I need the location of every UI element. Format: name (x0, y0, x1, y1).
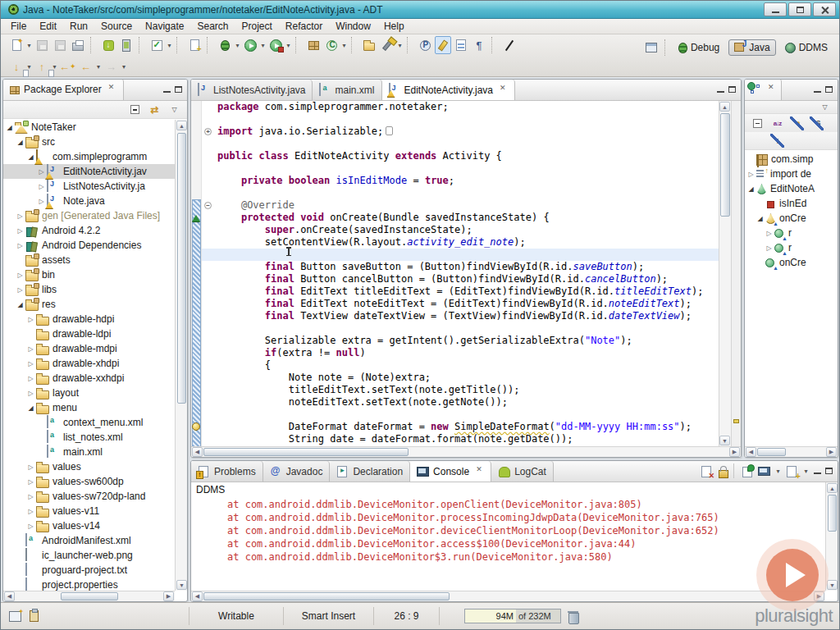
editor-tab-ListNotesActivity-java[interactable]: ListNotesActivity.java (191, 80, 313, 100)
run-junit-dropdown[interactable] (166, 36, 173, 54)
console-hscrollbar[interactable]: ◀ ▶ (191, 591, 825, 601)
tree-item-drawable-xxhdpi[interactable]: drawable-xxhdpi (3, 371, 175, 386)
print-button[interactable] (70, 36, 86, 54)
selection-pointer-button[interactable] (501, 36, 518, 54)
open-resource-button[interactable] (361, 36, 377, 54)
save-button[interactable] (34, 36, 50, 54)
new-wizard-dropdown[interactable] (25, 36, 33, 54)
forward-button[interactable]: → (103, 57, 120, 75)
forward-dropdown[interactable] (121, 57, 128, 75)
expander-icon[interactable] (16, 301, 25, 308)
view-menu-icon[interactable] (167, 103, 181, 116)
tree-item-context_menu.xml[interactable]: context_menu.xml (3, 415, 175, 430)
console-maximize-icon[interactable] (825, 468, 833, 474)
tree-item-values-sw600dp[interactable]: values-sw600dp (3, 474, 175, 489)
avd-manager-button[interactable] (118, 36, 135, 54)
outline-item-r[interactable]: r (745, 240, 838, 255)
expander-icon[interactable] (756, 215, 765, 222)
outline-item-r[interactable]: r (745, 226, 838, 240)
menu-run[interactable]: Run (63, 20, 94, 33)
open-console-dropdown[interactable] (802, 462, 810, 480)
minimize-button[interactable] (764, 2, 787, 16)
run-button[interactable] (242, 36, 258, 54)
last-edit-location-button[interactable]: ←✦ (59, 57, 76, 75)
minimize-view-icon[interactable] (163, 86, 171, 93)
scroll-lock-icon[interactable] (717, 465, 729, 477)
console-minimize-icon[interactable] (814, 468, 821, 474)
run-history-dropdown[interactable] (285, 36, 292, 54)
mark-occurrences-toggle[interactable] (435, 36, 451, 54)
new-package-button[interactable] (305, 36, 322, 54)
tree-item-libs[interactable]: libs (3, 282, 175, 297)
tree-item-list_notes.xml[interactable]: list_notes.xml (3, 430, 175, 445)
menu-source[interactable]: Source (94, 20, 139, 33)
outline-collapse-all-icon[interactable] (751, 116, 765, 130)
new-class-button[interactable] (323, 36, 340, 54)
bottom-tab-console[interactable]: Console (410, 461, 491, 482)
tree-item-proguard-project.txt[interactable]: proguard-project.txt (3, 563, 175, 578)
package-explorer-hscrollbar[interactable]: ◀ ▶ (3, 591, 175, 601)
tree-item-drawable-ldpi[interactable]: drawable-ldpi (3, 326, 175, 341)
package-explorer-tab[interactable]: Package Explorer (3, 79, 124, 100)
editor-tab-EditNoteActivity-java[interactable]: EditNoteActivity.java (382, 80, 516, 100)
new-class-dropdown[interactable] (340, 36, 348, 54)
menu-file[interactable]: File (4, 20, 33, 33)
menu-refactor[interactable]: Refactor (279, 20, 329, 33)
display-console-dropdown[interactable] (774, 462, 782, 480)
package-explorer-vscrollbar[interactable]: ▲ ▼ (175, 120, 187, 591)
menu-help[interactable]: Help (377, 20, 411, 33)
expander-icon[interactable] (26, 390, 35, 397)
outline-item-comsimp[interactable]: com.simp (745, 152, 838, 167)
next-annotation-button[interactable]: ↓ (8, 57, 25, 75)
expander-icon[interactable] (5, 124, 14, 131)
expander-icon[interactable] (26, 523, 35, 530)
search-dropdown[interactable] (396, 36, 404, 54)
clear-console-icon[interactable] (701, 465, 713, 477)
expander-icon[interactable] (26, 404, 35, 412)
perspective-debug[interactable]: Debug (673, 40, 724, 55)
close-button[interactable] (813, 2, 836, 16)
android-sdk-manager-button[interactable] (100, 36, 116, 54)
tree-item-EditNoteActivity.jav[interactable]: EditNoteActivity.jav (3, 164, 175, 179)
tree-item-com.simpleprogramm[interactable]: com.simpleprogramm (3, 149, 175, 164)
show-selected-element-button[interactable] (453, 36, 469, 54)
outline-view-menu-icon[interactable] (818, 100, 832, 114)
tree-item-ic_launcher-web.png[interactable]: ic_launcher-web.png (3, 548, 175, 563)
expander-icon[interactable] (26, 153, 35, 161)
expander-icon[interactable] (26, 463, 35, 471)
fast-view-icon[interactable] (9, 611, 21, 622)
collapse-all-icon[interactable] (128, 103, 142, 116)
outline-close-icon[interactable] (768, 85, 776, 94)
expander-icon[interactable] (26, 345, 35, 353)
tree-item-main.xml[interactable]: main.xml (3, 445, 175, 459)
editor-minimize-icon[interactable] (717, 86, 724, 93)
expander-icon[interactable] (16, 139, 25, 146)
tree-item-values-v11[interactable]: values-v11 (3, 504, 175, 518)
expander-icon[interactable] (765, 230, 774, 237)
tree-item-drawable-xhdpi[interactable]: drawable-xhdpi (3, 356, 175, 371)
show-source-button[interactable] (417, 36, 433, 54)
tree-item-gen[interactable]: gen [Generated Java Files] (3, 208, 175, 223)
pin-console-icon[interactable] (742, 465, 754, 477)
expander-icon[interactable] (16, 212, 25, 220)
tree-item-AndroidManifest.xml[interactable]: AndroidManifest.xml (3, 533, 175, 548)
expander-icon[interactable] (37, 198, 46, 205)
back-button[interactable]: ← (78, 57, 94, 75)
editor-maximize-icon[interactable] (728, 86, 736, 93)
tree-item-menu[interactable]: menu (3, 400, 175, 415)
save-all-button[interactable] (52, 36, 68, 54)
fold-expand-icon[interactable]: + (204, 128, 212, 135)
tree-item-values[interactable]: values (3, 459, 175, 474)
open-perspective-button[interactable] (643, 39, 660, 57)
tree-item-bin[interactable]: bin (3, 267, 175, 282)
run-dropdown[interactable] (259, 36, 267, 54)
bottom-tab-logcat[interactable]: LogCat (491, 461, 554, 482)
maximize-view-icon[interactable] (175, 86, 182, 93)
run-garbage-collector-icon[interactable] (568, 610, 578, 623)
expander-icon[interactable] (16, 286, 25, 294)
tree-item-drawable-mdpi[interactable]: drawable-mdpi (3, 341, 175, 356)
perspective-java[interactable]: Java (728, 39, 775, 56)
tree-item-project.properties[interactable]: project.properties (3, 578, 175, 591)
show-whitespace-button[interactable] (471, 36, 487, 54)
tree-item-res[interactable]: res (3, 297, 175, 312)
